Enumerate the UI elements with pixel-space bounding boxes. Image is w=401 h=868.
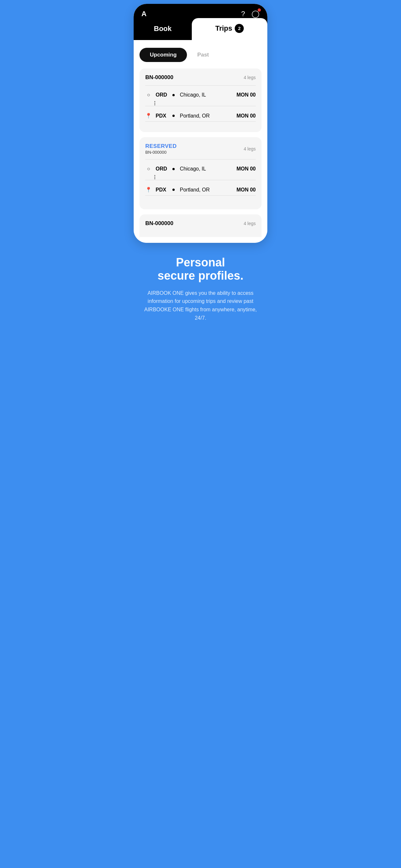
arr-date-1: MON 00	[236, 113, 256, 119]
dep-date-2: MON 00	[236, 166, 256, 172]
notification-badge	[258, 8, 261, 11]
tab-book[interactable]: Book	[134, 19, 192, 40]
marketing-section: Personalsecure profiles. AIRBOOK ONE giv…	[134, 243, 267, 338]
flight-row-arr-2: 📍 PDX Portland, OR MON 00	[145, 184, 256, 195]
filter-toggle-row: Upcoming Past	[140, 48, 261, 62]
trips-tab-label: Trips	[215, 24, 233, 33]
trip-reserved-label: RESERVED	[145, 143, 177, 150]
trip-card-2[interactable]: RESERVED BN-000000 4 legs ○ ORD Chicago,…	[140, 137, 261, 209]
trip-card-1[interactable]: BN-000000 4 legs ○ ORD Chicago, IL MON 0…	[140, 68, 261, 132]
trip-legs-3: 4 legs	[244, 221, 256, 226]
dep-dot-2	[173, 168, 175, 170]
dep-city-1: Chicago, IL	[180, 92, 233, 98]
arrival-icon-2: 📍	[145, 187, 152, 193]
nav-right: ? ◯	[241, 10, 259, 18]
arr-date-2: MON 00	[236, 187, 256, 193]
trip-reserved-block: RESERVED BN-000000	[145, 143, 177, 155]
dep-code-1: ORD	[156, 92, 167, 98]
trip-id-3: BN-000000	[145, 220, 174, 227]
trip-id-1: BN-000000	[145, 74, 174, 81]
arr-city-1: Portland, OR	[180, 113, 233, 119]
page-wrapper: A ? ◯ Book Trips 2 Upcoming Past	[134, 0, 267, 338]
arr-dot-2	[173, 189, 175, 191]
trip-card-3[interactable]: BN-000000 4 legs	[140, 214, 261, 237]
trip-divider-2	[145, 159, 256, 159]
trip-legs-2: 4 legs	[244, 146, 256, 151]
trip-divider-1c	[145, 121, 256, 122]
marketing-title: Personalsecure profiles.	[143, 256, 258, 283]
trip-id-2: BN-000000	[145, 150, 177, 155]
content-area: Upcoming Past BN-000000 4 legs ○ ORD Chi…	[134, 40, 267, 243]
help-icon[interactable]: ?	[241, 10, 245, 18]
trip-legs-1: 4 legs	[244, 75, 256, 80]
arr-dot-1	[173, 115, 175, 117]
flight-row-dep-1: ○ ORD Chicago, IL MON 00	[145, 89, 256, 100]
arr-city-2: Portland, OR	[180, 187, 233, 193]
dep-dot-1	[173, 94, 175, 96]
marketing-description: AIRBOOK ONE gives you the ability to acc…	[143, 289, 258, 322]
departure-icon-1: ○	[145, 92, 152, 98]
tab-bar: Book Trips 2	[134, 18, 267, 40]
profile-icon[interactable]: ◯	[251, 10, 259, 18]
trips-count-badge: 2	[235, 24, 244, 33]
trip-divider-2b	[145, 180, 256, 180]
tab-trips[interactable]: Trips 2	[192, 18, 267, 40]
trip-card-3-header: BN-000000 4 legs	[145, 220, 256, 227]
connector-1	[145, 101, 256, 105]
trip-divider-1b	[145, 106, 256, 106]
trip-divider-1	[145, 85, 256, 86]
dep-code-2: ORD	[156, 166, 167, 172]
trip-card-2-header: RESERVED BN-000000 4 legs	[145, 143, 256, 155]
connector-2	[145, 175, 256, 179]
flight-row-dep-2: ○ ORD Chicago, IL MON 00	[145, 163, 256, 175]
arr-code-1: PDX	[156, 113, 167, 119]
arr-code-2: PDX	[156, 187, 167, 193]
arrival-icon-1: 📍	[145, 113, 152, 119]
past-filter[interactable]: Past	[187, 48, 219, 62]
dep-date-1: MON 00	[236, 92, 256, 98]
phone-frame: A ? ◯ Book Trips 2 Upcoming Past	[134, 4, 267, 243]
trip-card-1-header: BN-000000 4 legs	[145, 74, 256, 81]
dep-city-2: Chicago, IL	[180, 166, 233, 172]
departure-icon-2: ○	[145, 166, 152, 172]
nav-bar: A ? ◯	[134, 4, 267, 18]
trip-divider-2c	[145, 195, 256, 196]
app-logo: A	[142, 10, 146, 18]
upcoming-filter[interactable]: Upcoming	[140, 48, 187, 62]
flight-row-arr-1: 📍 PDX Portland, OR MON 00	[145, 110, 256, 121]
